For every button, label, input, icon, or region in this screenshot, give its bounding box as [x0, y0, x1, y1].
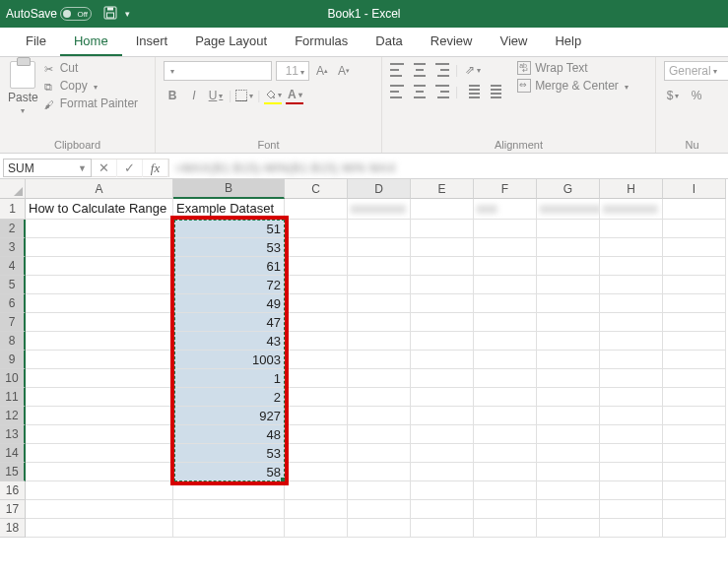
cell[interactable]: [411, 313, 474, 332]
cell[interactable]: [600, 425, 663, 444]
cell[interactable]: [26, 369, 173, 388]
cell[interactable]: [411, 481, 474, 500]
cell[interactable]: [411, 220, 474, 238]
cell[interactable]: [348, 481, 411, 500]
cell[interactable]: [537, 444, 600, 463]
insert-function-icon[interactable]: fx: [143, 160, 168, 177]
cell[interactable]: [26, 388, 173, 407]
cell[interactable]: [173, 519, 285, 538]
cell[interactable]: [474, 500, 537, 519]
cell[interactable]: [285, 407, 348, 425]
cell[interactable]: [26, 444, 173, 463]
cell[interactable]: [537, 369, 600, 388]
cell[interactable]: [537, 463, 600, 481]
cell[interactable]: [600, 388, 663, 407]
cell[interactable]: [26, 500, 173, 519]
cell-B14[interactable]: 53: [173, 444, 285, 463]
cell[interactable]: [411, 369, 474, 388]
cell[interactable]: [537, 238, 600, 257]
cell[interactable]: [474, 463, 537, 481]
cell[interactable]: [411, 294, 474, 313]
cell-C1[interactable]: [285, 199, 348, 220]
cell[interactable]: [663, 500, 726, 519]
cell[interactable]: [26, 519, 173, 538]
paste-button[interactable]: Paste ▾: [8, 61, 38, 115]
cell[interactable]: [600, 220, 663, 238]
cell[interactable]: [285, 388, 348, 407]
cell[interactable]: [474, 369, 537, 388]
cell[interactable]: [26, 257, 173, 276]
col-header-E[interactable]: E: [411, 179, 474, 199]
cell[interactable]: [600, 276, 663, 294]
cell[interactable]: [663, 220, 726, 238]
border-button[interactable]: [235, 87, 253, 104]
cell[interactable]: [663, 238, 726, 257]
cell[interactable]: [285, 351, 348, 369]
cell[interactable]: [411, 519, 474, 538]
cell[interactable]: [285, 519, 348, 538]
tab-page-layout[interactable]: Page Layout: [181, 28, 281, 56]
cell[interactable]: [537, 332, 600, 351]
row-header[interactable]: 15: [0, 463, 26, 481]
cell[interactable]: [348, 276, 411, 294]
underline-button[interactable]: U: [207, 87, 225, 104]
row-header[interactable]: 17: [0, 500, 26, 519]
font-size-combo[interactable]: 11: [276, 61, 309, 81]
col-header-D[interactable]: D: [348, 179, 411, 199]
row-header[interactable]: 8: [0, 332, 26, 351]
cell[interactable]: [411, 463, 474, 481]
cell[interactable]: [663, 444, 726, 463]
cell[interactable]: [474, 276, 537, 294]
cell[interactable]: [26, 276, 173, 294]
col-header-B[interactable]: B: [173, 179, 285, 199]
cell[interactable]: [600, 444, 663, 463]
cell[interactable]: [537, 388, 600, 407]
align-middle-icon[interactable]: [412, 63, 428, 77]
cell[interactable]: [285, 463, 348, 481]
cell[interactable]: [474, 444, 537, 463]
cell[interactable]: [411, 332, 474, 351]
tab-file[interactable]: File: [12, 28, 60, 56]
row-header[interactable]: 10: [0, 369, 26, 388]
align-right-icon[interactable]: [433, 85, 449, 98]
cell[interactable]: [663, 425, 726, 444]
align-left-icon[interactable]: [390, 85, 406, 98]
col-header-G[interactable]: G: [537, 179, 600, 199]
increase-indent-icon[interactable]: [486, 85, 501, 98]
cell[interactable]: [600, 351, 663, 369]
cell[interactable]: [474, 481, 537, 500]
align-bottom-icon[interactable]: [433, 63, 449, 77]
cell[interactable]: [348, 407, 411, 425]
cell-B10[interactable]: 1: [173, 369, 285, 388]
cell[interactable]: [600, 257, 663, 276]
cell[interactable]: [285, 294, 348, 313]
cell[interactable]: [600, 463, 663, 481]
copy-button[interactable]: Copy: [44, 79, 138, 93]
cell[interactable]: [600, 519, 663, 538]
autosave-toggle[interactable]: Off: [60, 7, 92, 21]
cell[interactable]: [474, 425, 537, 444]
cell[interactable]: [537, 481, 600, 500]
cell[interactable]: [285, 444, 348, 463]
cell-B6[interactable]: 49: [173, 294, 285, 313]
cell[interactable]: [411, 257, 474, 276]
cell[interactable]: [600, 332, 663, 351]
cell[interactable]: [663, 351, 726, 369]
cell-B7[interactable]: 47: [173, 313, 285, 332]
cell-B12[interactable]: 927: [173, 407, 285, 425]
cell[interactable]: [537, 276, 600, 294]
cell[interactable]: [348, 500, 411, 519]
cell[interactable]: [474, 257, 537, 276]
cell-B3[interactable]: 53: [173, 238, 285, 257]
enter-formula-icon[interactable]: ✓: [117, 160, 143, 177]
cell[interactable]: [663, 407, 726, 425]
merge-center-button[interactable]: Merge & Center: [517, 79, 629, 93]
cell[interactable]: [348, 238, 411, 257]
cell[interactable]: [285, 369, 348, 388]
formula-input[interactable]: =MAX(B1:B15)-MIN(B1:B15) MIN MAX: [169, 159, 726, 177]
row-header[interactable]: 7: [0, 313, 26, 332]
cell[interactable]: [663, 257, 726, 276]
tab-insert[interactable]: Insert: [122, 28, 182, 56]
cell[interactable]: [26, 238, 173, 257]
cell[interactable]: [26, 332, 173, 351]
